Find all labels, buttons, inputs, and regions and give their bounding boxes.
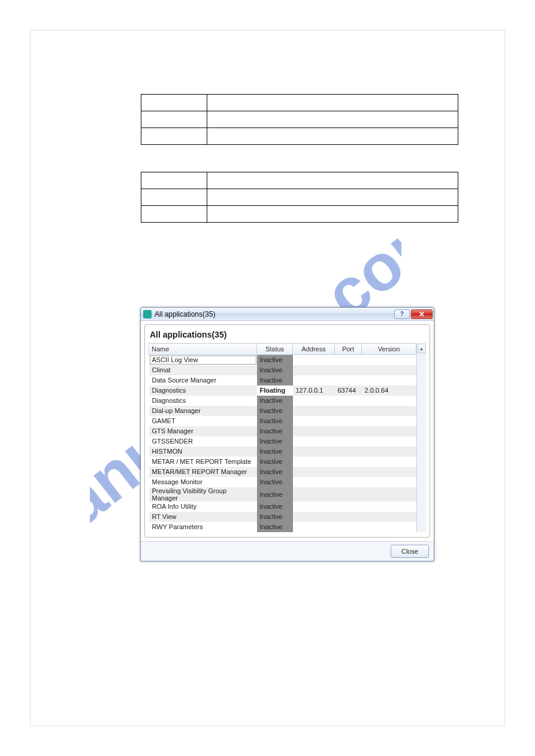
cell-version: [362, 416, 416, 426]
cell-name: GAMET: [149, 416, 257, 426]
dialog-body: All applications(35) Name Status Address…: [141, 321, 434, 541]
cell-version: [362, 375, 416, 385]
cell-port: [335, 355, 362, 365]
cell-address: 127.0.0.1: [293, 385, 335, 396]
table-row[interactable]: METAR / MET REPORT TemplateInactive: [149, 457, 416, 467]
col-header-port[interactable]: Port: [335, 344, 362, 355]
cell-port: [335, 436, 362, 447]
table-row[interactable]: ClimatInactive: [149, 365, 416, 375]
cell-address: [293, 487, 335, 502]
cell-status: Inactive: [257, 436, 293, 447]
panel-title: All applications(35): [150, 330, 426, 339]
cell-address: [293, 406, 335, 416]
table-row[interactable]: ASCII Log ViewInactive: [149, 355, 416, 365]
table-row[interactable]: METAR/MET REPORT ManagerInactive: [149, 467, 416, 477]
table-row[interactable]: Data Source ManagerInactive: [149, 375, 416, 385]
table-row[interactable]: DiagnosticsFloating127.0.0.1637442.0.0.6…: [149, 385, 416, 396]
table-row[interactable]: GAMETInactive: [149, 416, 416, 426]
cell-port: [335, 477, 362, 487]
cell-address: [293, 416, 335, 426]
cell-port: [335, 457, 362, 467]
cell-address: [293, 426, 335, 436]
table-row[interactable]: DiagnosticsInactive: [149, 396, 416, 406]
cell-port: [335, 467, 362, 477]
cell-status: Inactive: [257, 365, 293, 375]
cell-status: Inactive: [257, 477, 293, 487]
scroll-up-icon[interactable]: ▲: [418, 344, 426, 353]
table-row[interactable]: Message MonitorInactive: [149, 477, 416, 487]
table-row[interactable]: HISTMONInactive: [149, 447, 416, 457]
doc-table-2: [141, 172, 458, 223]
cell-version: [362, 406, 416, 416]
cell-status: Inactive: [257, 457, 293, 467]
cell-version: [362, 396, 416, 406]
cell-version: [362, 365, 416, 375]
cell-name: ROA Info Utility: [149, 502, 257, 512]
cell-address: [293, 447, 335, 457]
cell-name: Prevailing Visibility Group Manager: [149, 487, 257, 502]
cell-address: [293, 502, 335, 512]
cell-port: [335, 522, 362, 532]
cell-address: [293, 457, 335, 467]
cell-version: [362, 436, 416, 447]
cell-address: [293, 436, 335, 447]
cell-status: Floating: [257, 385, 293, 396]
cell-status: Inactive: [257, 467, 293, 477]
cell-port: [335, 512, 362, 522]
cell-version: [362, 457, 416, 467]
all-applications-dialog: All applications(35) ? ✕ All application…: [140, 307, 434, 561]
window-title: All applications(35): [155, 310, 393, 318]
cell-version: [362, 502, 416, 512]
cell-version: 2.0.0.64: [362, 385, 416, 396]
cell-address: [293, 522, 335, 532]
cell-port: [335, 426, 362, 436]
table-row[interactable]: RWY ParametersInactive: [149, 522, 416, 532]
titlebar[interactable]: All applications(35) ? ✕: [141, 308, 434, 321]
cell-port: [335, 487, 362, 502]
cell-address: [293, 477, 335, 487]
cell-name: Data Source Manager: [149, 375, 257, 385]
cell-port: 63744: [335, 385, 362, 396]
table-row[interactable]: Dial-up ManagerInactive: [149, 406, 416, 416]
col-header-name[interactable]: Name: [149, 344, 257, 355]
cell-port: [335, 406, 362, 416]
table-row[interactable]: GTSSENDERInactive: [149, 436, 416, 447]
grid-container: Name Status Address Port Version ASCII L…: [149, 343, 426, 532]
cell-port: [335, 365, 362, 375]
col-header-status[interactable]: Status: [257, 344, 293, 355]
cell-address: [293, 396, 335, 406]
vertical-scrollbar[interactable]: ▲: [416, 343, 426, 532]
col-header-version[interactable]: Version: [362, 344, 416, 355]
cell-status: Inactive: [257, 426, 293, 436]
col-header-address[interactable]: Address: [293, 344, 335, 355]
cell-status: Inactive: [257, 375, 293, 385]
applications-grid[interactable]: Name Status Address Port Version ASCII L…: [149, 343, 416, 532]
cell-address: [293, 467, 335, 477]
panel: All applications(35) Name Status Address…: [144, 324, 430, 538]
cell-status: Inactive: [257, 487, 293, 502]
close-window-button[interactable]: ✕: [411, 309, 433, 319]
cell-version: [362, 512, 416, 522]
cell-name: Dial-up Manager: [149, 406, 257, 416]
cell-name: RWY Parameters: [149, 522, 257, 532]
cell-version: [362, 426, 416, 436]
app-icon: [143, 310, 152, 318]
cell-version: [362, 447, 416, 457]
table-row[interactable]: ROA Info UtilityInactive: [149, 502, 416, 512]
table-row[interactable]: RT ViewInactive: [149, 512, 416, 522]
cell-name: Message Monitor: [149, 477, 257, 487]
table-row[interactable]: GTS ManagerInactive: [149, 426, 416, 436]
help-button[interactable]: ?: [394, 309, 410, 319]
cell-status: Inactive: [257, 512, 293, 522]
cell-status: Inactive: [257, 355, 293, 365]
cell-name: RT View: [149, 512, 257, 522]
dialog-footer: Close: [141, 541, 434, 561]
table-row[interactable]: Prevailing Visibility Group ManagerInact…: [149, 487, 416, 502]
cell-name: Climat: [149, 365, 257, 375]
cell-version: [362, 487, 416, 502]
cell-name: Diagnostics: [149, 396, 257, 406]
cell-port: [335, 416, 362, 426]
cell-version: [362, 355, 416, 365]
close-button[interactable]: Close: [391, 545, 429, 558]
cell-name: GTS Manager: [149, 426, 257, 436]
